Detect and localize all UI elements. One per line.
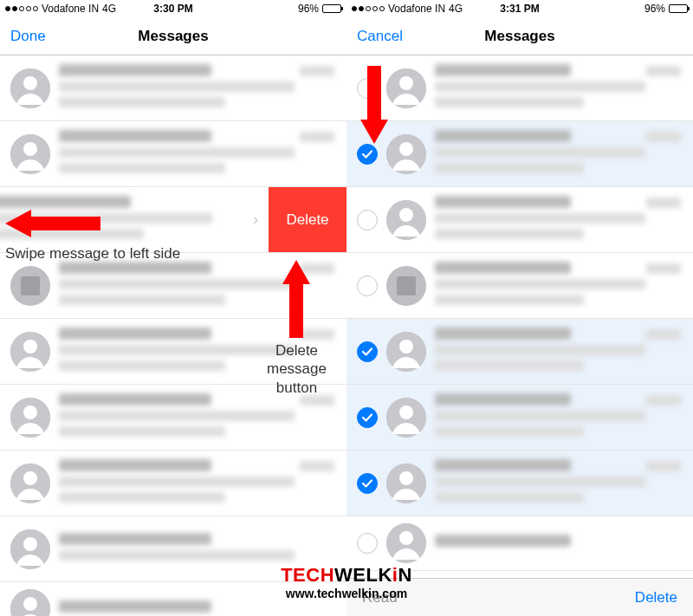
- annotation-swipe-label: Swipe message to left side: [5, 244, 180, 263]
- svg-point-27: [399, 405, 413, 419]
- messages-list-edit[interactable]: [346, 55, 693, 578]
- svg-point-10: [23, 471, 37, 485]
- avatar-icon: [386, 266, 426, 306]
- avatar-icon: [10, 332, 50, 372]
- arrow-left-icon: [5, 206, 100, 241]
- annotation-delete: Delete message button: [267, 260, 327, 397]
- annotation-swipe: Swipe message to left side: [5, 206, 180, 263]
- conversation-row[interactable]: [0, 582, 346, 616]
- conversation-preview: [59, 393, 336, 442]
- left-screenshot: Vodafone IN 4G 3:30 PM 96% Done Messages: [0, 0, 346, 616]
- avatar-icon: [10, 398, 50, 438]
- nav-bar: Done Messages: [0, 17, 346, 55]
- conversation-row[interactable]: [346, 253, 693, 319]
- conversation-preview: [59, 459, 336, 508]
- conversation-row[interactable]: [346, 516, 693, 571]
- arrow-down-icon: [357, 66, 392, 144]
- battery-pct-label: 96%: [298, 3, 319, 15]
- svg-marker-16: [282, 260, 310, 338]
- svg-point-3: [23, 142, 37, 156]
- carrier-label: Vodafone IN: [388, 3, 445, 15]
- avatar-icon: [10, 134, 50, 174]
- annotation-delete-label: Delete message button: [267, 341, 327, 397]
- svg-point-22: [399, 208, 413, 222]
- avatar-icon: [386, 134, 426, 174]
- conversation-preview: [59, 533, 336, 566]
- svg-marker-32: [360, 66, 388, 144]
- conversation-row[interactable]: [346, 187, 693, 253]
- status-bar: Vodafone IN 4G 3:31 PM 96%: [346, 0, 693, 17]
- nav-title: Messages: [0, 28, 346, 45]
- select-checkbox-checked[interactable]: [357, 473, 378, 494]
- svg-point-31: [399, 531, 413, 545]
- conversation-row[interactable]: [346, 55, 693, 121]
- battery-icon: [669, 4, 688, 13]
- status-bar: Vodafone IN 4G 3:30 PM 96%: [0, 0, 346, 17]
- nav-bar: Cancel Messages: [346, 17, 693, 55]
- avatar-icon: [386, 464, 426, 503]
- svg-point-6: [23, 340, 37, 353]
- avatar-icon: [10, 529, 50, 569]
- conversation-row[interactable]: [346, 385, 693, 451]
- delete-swipe-button[interactable]: Delete: [269, 187, 346, 252]
- network-label: 4G: [449, 3, 463, 15]
- conversation-preview: [59, 600, 336, 616]
- signal-strength-icon: [5, 6, 38, 11]
- chevron-right-icon: ›: [253, 211, 258, 229]
- svg-marker-15: [5, 210, 100, 237]
- right-screenshot: Vodafone IN 4G 3:31 PM 96% Cancel Messag…: [346, 0, 693, 616]
- avatar-icon: [10, 589, 50, 616]
- avatar-icon: [386, 68, 426, 108]
- battery-pct-label: 96%: [644, 3, 665, 15]
- avatar-icon: [10, 68, 50, 108]
- svg-rect-4: [21, 276, 40, 295]
- annotation-checkbox: [357, 66, 392, 144]
- avatar-icon: [386, 523, 426, 563]
- select-checkbox[interactable]: [357, 276, 378, 296]
- conversation-row[interactable]: [346, 319, 693, 385]
- avatar-icon: [386, 398, 426, 438]
- svg-rect-23: [397, 276, 416, 295]
- svg-point-20: [399, 142, 413, 156]
- svg-point-12: [23, 537, 37, 551]
- avatar-icon: [10, 266, 50, 306]
- carrier-label: Vodafone IN: [42, 3, 99, 15]
- read-button[interactable]: Read: [362, 589, 398, 606]
- conversation-row[interactable]: [0, 121, 346, 187]
- svg-point-18: [399, 76, 413, 90]
- select-checkbox-checked[interactable]: [357, 341, 378, 362]
- svg-point-1: [23, 76, 37, 90]
- select-checkbox[interactable]: [357, 210, 378, 230]
- cancel-button[interactable]: Cancel: [357, 28, 403, 45]
- svg-point-29: [399, 471, 413, 485]
- conversation-preview: [59, 130, 336, 178]
- avatar-icon: [386, 200, 426, 240]
- svg-point-25: [399, 340, 413, 353]
- done-button[interactable]: Done: [10, 28, 46, 45]
- conversation-row[interactable]: [346, 121, 693, 187]
- conversation-row[interactable]: [0, 55, 346, 121]
- select-checkbox[interactable]: [357, 533, 378, 554]
- avatar-icon: [10, 464, 50, 503]
- select-checkbox-checked[interactable]: [357, 144, 378, 165]
- conversation-preview: [59, 64, 336, 113]
- conversation-preview: [435, 535, 683, 552]
- avatar-icon: [386, 332, 426, 372]
- select-checkbox-checked[interactable]: [357, 407, 378, 428]
- network-label: 4G: [102, 3, 116, 15]
- signal-strength-icon: [352, 6, 385, 11]
- conversation-row[interactable]: [346, 451, 693, 516]
- delete-selected-button[interactable]: Delete: [635, 589, 677, 606]
- conversation-row[interactable]: [0, 451, 346, 516]
- svg-point-8: [23, 405, 37, 419]
- svg-point-14: [23, 597, 37, 611]
- arrow-up-icon: [279, 260, 314, 338]
- battery-icon: [322, 4, 341, 13]
- conversation-row[interactable]: [0, 516, 346, 582]
- edit-toolbar: Read Delete: [346, 578, 693, 616]
